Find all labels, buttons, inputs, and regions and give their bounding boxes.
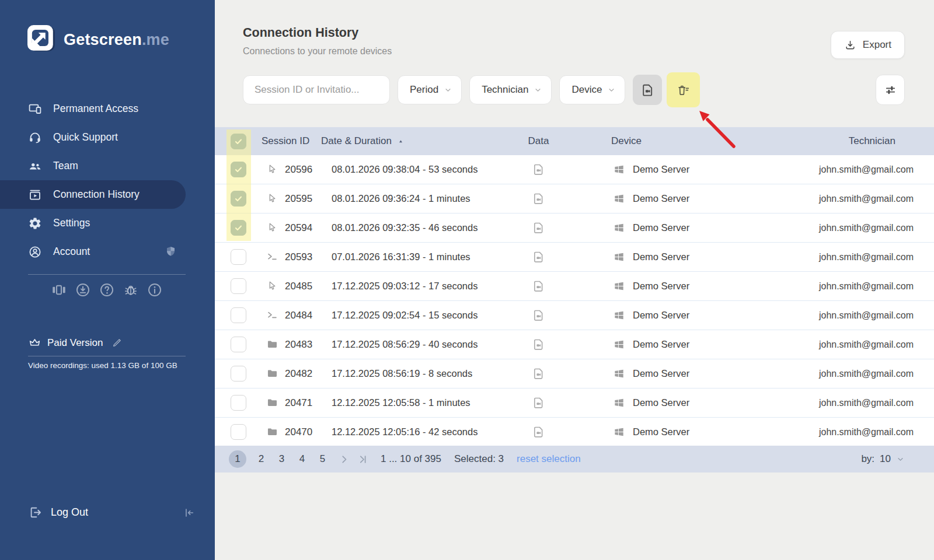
windows-icon bbox=[613, 163, 625, 176]
column-header-date-duration[interactable]: Date & Duration bbox=[320, 135, 514, 147]
help-icon[interactable] bbox=[99, 282, 115, 298]
collapse-sidebar-icon[interactable] bbox=[182, 506, 195, 519]
recording-file-icon[interactable] bbox=[532, 250, 545, 264]
logout-button[interactable]: Log Out bbox=[28, 505, 195, 520]
team-icon bbox=[28, 159, 42, 173]
row-checkbox[interactable] bbox=[231, 424, 246, 440]
page-button-2[interactable]: 2 bbox=[255, 450, 268, 468]
sidebar-item-account[interactable]: Account bbox=[0, 237, 215, 266]
recording-file-icon[interactable] bbox=[532, 396, 545, 410]
sidebar-item-team[interactable]: Team bbox=[0, 152, 215, 180]
page-button-4[interactable]: 4 bbox=[295, 450, 309, 468]
row-checkbox[interactable] bbox=[231, 220, 246, 236]
person-icon bbox=[28, 245, 42, 259]
sidebar-item-permanent-access[interactable]: Permanent Access bbox=[0, 94, 215, 123]
table-settings-button[interactable] bbox=[876, 75, 905, 105]
row-checkbox[interactable] bbox=[231, 249, 246, 265]
sidebar-item-label: Settings bbox=[53, 217, 90, 229]
technician-filter-dropdown[interactable]: Technician bbox=[469, 75, 552, 104]
cursor-session-icon bbox=[266, 222, 278, 234]
row-checkbox[interactable] bbox=[231, 162, 246, 177]
recordings-filter-button[interactable] bbox=[633, 75, 662, 105]
table-row[interactable]: 20485 17.12.2025 09:03:12 - 17 seconds D… bbox=[215, 272, 934, 301]
page-button-1[interactable]: 1 bbox=[229, 450, 246, 468]
table-row[interactable]: 20471 12.12.2025 12:05:58 - 1 minutes De… bbox=[215, 388, 934, 418]
recording-file-icon[interactable] bbox=[532, 425, 545, 439]
headset-icon bbox=[28, 131, 42, 145]
session-date-duration: 17.12.2025 09:02:54 - 15 seconds bbox=[320, 310, 514, 321]
technician-email: john.smith@gmail.com bbox=[741, 164, 934, 175]
table-row[interactable]: 20470 12.12.2025 12:05:16 - 42 seconds D… bbox=[215, 418, 934, 447]
file-video-icon bbox=[640, 83, 655, 97]
export-button[interactable]: Export bbox=[831, 31, 905, 59]
technician-email: john.smith@gmail.com bbox=[741, 194, 934, 204]
windows-icon bbox=[613, 309, 625, 321]
page-button-3[interactable]: 3 bbox=[275, 450, 288, 468]
select-all-checkbox[interactable] bbox=[231, 134, 246, 149]
page-subtitle: Connections to your remote devices bbox=[243, 46, 392, 57]
pagination-bar: 12345 1 ... 10 of 395 Selected: 3 reset … bbox=[215, 446, 934, 473]
row-checkbox[interactable] bbox=[231, 337, 246, 352]
row-checkbox[interactable] bbox=[231, 395, 246, 411]
shield-icon bbox=[164, 245, 177, 258]
sort-asc-icon bbox=[397, 138, 405, 145]
table-row[interactable]: 20484 17.12.2025 09:02:54 - 15 seconds D… bbox=[215, 301, 934, 330]
windows-icon bbox=[613, 192, 625, 205]
sidebar-item-connection-history[interactable]: Connection History bbox=[0, 180, 186, 209]
per-page-selector[interactable]: by: 10 bbox=[861, 453, 934, 465]
row-checkbox[interactable] bbox=[231, 191, 246, 206]
page-button-5[interactable]: 5 bbox=[316, 450, 329, 468]
search-input[interactable] bbox=[243, 75, 390, 104]
bug-icon[interactable] bbox=[123, 282, 139, 298]
device-name: Demo Server bbox=[633, 222, 689, 233]
carousel-icon[interactable] bbox=[51, 282, 67, 298]
recording-file-icon[interactable] bbox=[532, 192, 545, 205]
tune-icon bbox=[884, 83, 897, 97]
download-icon[interactable] bbox=[75, 282, 91, 298]
next-page-button[interactable] bbox=[336, 452, 351, 467]
brand-logo[interactable]: Getscreen.me bbox=[27, 24, 169, 55]
selected-count-text: Selected: 3 bbox=[454, 453, 504, 465]
device-name: Demo Server bbox=[633, 339, 689, 350]
getscreen-app: Getscreen.me Permanent AccessQuick Suppo… bbox=[0, 0, 934, 560]
getscreen-logo-icon bbox=[27, 24, 56, 55]
table-row[interactable]: 20483 17.12.2025 08:56:29 - 40 seconds D… bbox=[215, 330, 934, 359]
row-checkbox[interactable] bbox=[231, 278, 246, 294]
sessions-table: Session ID Date & Duration Data Device T… bbox=[215, 127, 934, 452]
session-id: 20470 bbox=[285, 426, 312, 438]
table-row[interactable]: 20596 08.01.2026 09:38:04 - 53 seconds D… bbox=[215, 155, 934, 184]
technician-email: john.smith@gmail.com bbox=[741, 398, 934, 408]
recording-file-icon[interactable] bbox=[532, 367, 545, 380]
period-filter-dropdown[interactable]: Period bbox=[398, 75, 462, 104]
table-row[interactable]: 20593 07.01.2026 16:31:39 - 1 minutes De… bbox=[215, 243, 934, 272]
row-checkbox[interactable] bbox=[231, 366, 246, 382]
recording-file-icon[interactable] bbox=[532, 338, 545, 351]
last-page-button[interactable] bbox=[355, 452, 370, 467]
recording-file-icon[interactable] bbox=[532, 309, 545, 322]
recording-file-icon[interactable] bbox=[532, 279, 545, 293]
edit-plan-icon[interactable] bbox=[111, 337, 123, 348]
clear-history-button[interactable] bbox=[669, 75, 698, 105]
recording-file-icon[interactable] bbox=[532, 163, 545, 176]
device-name: Demo Server bbox=[633, 426, 689, 438]
info-icon[interactable] bbox=[147, 282, 163, 298]
plan-row[interactable]: Paid Version bbox=[28, 336, 123, 349]
trash-list-icon bbox=[676, 83, 691, 97]
table-row[interactable]: 20595 08.01.2026 09:36:24 - 1 minutes De… bbox=[215, 184, 934, 214]
table-row[interactable]: 20594 08.01.2026 09:32:35 - 46 seconds D… bbox=[215, 214, 934, 243]
session-id: 20471 bbox=[285, 397, 312, 409]
sidebar-item-quick-support[interactable]: Quick Support bbox=[0, 123, 215, 152]
sidebar-item-settings[interactable]: Settings bbox=[0, 209, 215, 237]
device-filter-dropdown[interactable]: Device bbox=[559, 75, 625, 104]
session-date-duration: 17.12.2025 08:56:19 - 8 seconds bbox=[320, 368, 514, 379]
chevron-down-icon bbox=[896, 455, 905, 464]
column-header-data: Data bbox=[514, 135, 563, 147]
table-row[interactable]: 20482 17.12.2025 08:56:19 - 8 seconds De… bbox=[215, 359, 934, 388]
sidebar-divider bbox=[28, 356, 186, 356]
recording-file-icon[interactable] bbox=[532, 221, 545, 235]
technician-email: john.smith@gmail.com bbox=[741, 310, 934, 321]
reset-selection-link[interactable]: reset selection bbox=[517, 453, 581, 465]
row-checkbox[interactable] bbox=[231, 307, 246, 323]
table-header-row: Session ID Date & Duration Data Device T… bbox=[215, 127, 934, 155]
device-name: Demo Server bbox=[633, 164, 689, 175]
